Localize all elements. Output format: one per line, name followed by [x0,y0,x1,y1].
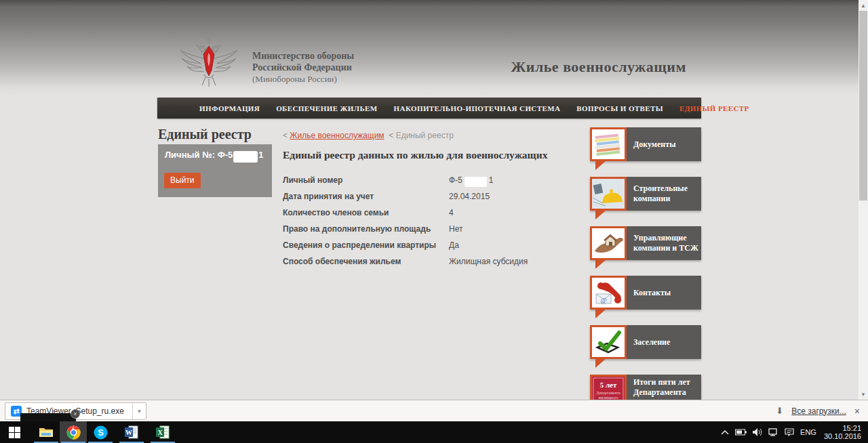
sidebar-heading: Единый реестр [158,127,252,142]
language-indicator[interactable]: ENG [800,428,816,436]
breadcrumb-separator2: < [389,131,393,140]
network-icon[interactable] [768,428,778,436]
nav-unified-registry[interactable]: ЕДИНЫЙ РЕЕСТР [679,104,749,112]
registry-data-table: Личный номер Ф-51 Дата принятия на учет … [283,175,574,273]
browser-scrollbar[interactable]: ▲ ▼ [859,0,868,400]
personal-number-prefix: Личный №: Ф-5 [165,150,233,160]
table-row-apartment-distribution: Сведения о распределении квартиры Да [283,240,574,257]
windows-logo-icon [9,427,20,438]
quick-link-label: Итоги пяти лет Департамента жилищного [633,375,698,400]
quick-link-frame: @ [590,276,627,310]
svg-text:5 лет: 5 лет [600,381,617,389]
quick-link-construction-companies[interactable]: Строительные компании [590,177,701,211]
documents-photo-icon [592,129,625,159]
construction-photo-icon [592,179,625,209]
redaction-blob [465,177,487,187]
taskbar-excel[interactable]: X [149,421,176,443]
tray-chevron-up-icon[interactable] [721,429,729,435]
svg-text:Департамента: Департамента [596,391,620,395]
row-label: Дата принятия на учет [283,192,449,201]
taskbar-file-explorer[interactable] [33,421,60,443]
quick-link-five-year-results[interactable]: 5 лет Департамента жилищного обеспечения… [590,375,701,400]
clock-date: 30.10.2016 [824,432,861,440]
nav-information[interactable]: ИНФОРМАЦИЯ [199,104,260,112]
excel-icon: X [156,425,170,439]
site-title: Жилье военнослужащим [511,58,686,76]
svg-text:S: S [98,427,104,438]
scrollbar-down-arrow-icon[interactable]: ▼ [859,389,868,399]
quick-link-label: Контакты [633,276,698,310]
popup-close-icon[interactable]: × [71,409,80,419]
quick-link-tail [595,211,606,219]
download-shelf-right: ⬇ Все загрузки... × [776,400,860,421]
quick-link-tail [595,260,606,269]
redaction-blob [233,151,258,163]
battery-icon[interactable] [735,429,747,436]
row-value: 4 [449,208,574,217]
table-row-family-members: Количество членов семьи 4 [283,208,574,224]
row-label: Способ обеспечения жильем [283,257,449,266]
quick-link-frame [590,325,627,359]
settlement-photo-icon [592,327,625,357]
system-tray: ENG 15:21 30.10.2016 [721,421,868,443]
ministry-line3: (Минобороны России) [252,73,354,85]
download-shelf-close-icon[interactable]: × [854,406,860,417]
breadcrumb: < Жилье военнослужащим < Единый реестр [283,131,454,140]
breadcrumb-link-housing[interactable]: Жилье военнослужащим [290,131,384,140]
chrome-icon [66,425,81,440]
file-explorer-icon [39,426,54,438]
taskbar-word[interactable]: W [118,421,145,443]
row-value: Ф-51 [449,175,574,185]
skype-icon: S [94,425,108,440]
svg-text:W: W [125,429,132,436]
main-navigation: ИНФОРМАЦИЯ ОБЕСПЕЧЕНИЕ ЖИЛЬЕМ НАКОПИТЕЛЬ… [157,98,701,119]
quick-link-tail [595,161,606,170]
quick-link-management-companies[interactable]: Управляющие компании и ТСЖ [590,226,701,260]
quick-link-tail [595,359,606,368]
all-downloads-link[interactable]: Все загрузки... [791,406,846,416]
quick-links-column: Документы Строительные компании [590,127,701,400]
svg-text:@: @ [600,297,606,304]
volume-icon[interactable] [753,428,762,436]
row-label: Количество членов семьи [283,208,449,217]
taskbar-clock[interactable]: 15:21 30.10.2016 [823,424,861,440]
taskbar-skype[interactable]: S [87,421,114,443]
ministry-line2: Российской Федерации [252,62,354,73]
table-row-personal-number: Личный номер Ф-51 [283,175,574,192]
quick-link-settlement[interactable]: Заселение [590,325,701,359]
page-title: Единый реестр данных по жилью для военно… [283,149,547,161]
row-value: Да [449,240,574,250]
download-arrow-icon: ⬇ [776,406,783,416]
quick-link-contacts[interactable]: @ Контакты [590,276,701,310]
action-center-icon[interactable] [785,428,794,436]
contacts-photo-icon: @ [592,278,625,308]
quick-link-frame [590,226,627,260]
taskbar-chrome[interactable] [60,421,87,443]
quick-link-label: Заселение [633,325,698,359]
row-value: Нет [449,224,574,234]
start-button[interactable] [0,421,28,443]
scrollbar-thumb[interactable] [859,11,867,201]
breadcrumb-current: Единый реестр [396,131,454,140]
quick-link-tail [595,310,606,318]
download-shelf: ⇄ TeamViewer_Setup_ru.exe ▼ ⬇ Все загруз… [0,400,868,421]
ministry-name-block: Министерство обороны Российской Федераци… [252,50,354,85]
quick-link-frame [590,127,627,161]
nav-questions-answers[interactable]: ВОПРОСЫ И ОТВЕТЫ [576,104,663,112]
nav-housing-provision[interactable]: ОБЕСПЕЧЕНИЕ ЖИЛЬЕМ [276,104,377,112]
logout-button[interactable]: Выйти [164,173,201,188]
browser-viewport: Министерство обороны Российской Федераци… [0,0,868,400]
quick-link-documents[interactable]: Документы [590,127,701,161]
value-suffix: 1 [489,175,494,185]
ministry-line1: Министерство обороны [252,50,354,62]
row-label: Сведения о распределении квартиры [283,240,449,250]
quick-link-label: Документы [633,127,698,161]
download-item-menu-caret-icon[interactable]: ▼ [132,403,146,419]
row-value: Жилищная субсидия [449,257,574,266]
nav-savings-mortgage-system[interactable]: НАКОПИТЕЛЬНО-ИПОТЕЧНАЯ СИСТЕМА [394,104,561,112]
personal-number-label: Личный №: Ф-51 [165,150,264,161]
table-row-registration-date: Дата принятия на учет 29.04.2015 [283,192,574,208]
table-row-additional-space: Право на дополнительную площадь Нет [283,224,574,240]
quick-link-frame [590,177,627,211]
scrollbar-up-arrow-icon[interactable]: ▲ [859,1,868,10]
